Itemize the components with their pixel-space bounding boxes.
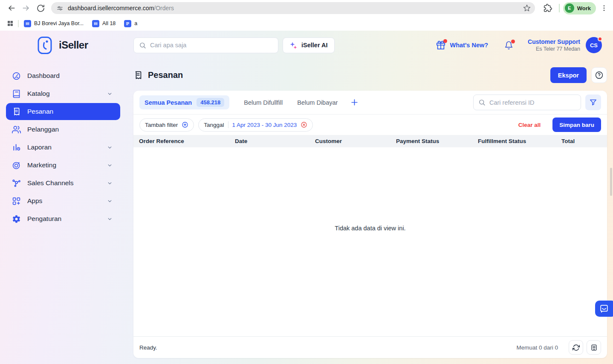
- chevron-down-icon: [107, 198, 113, 204]
- bookmarks-bar: BJ Borevi Jaya Bor... All 18 a: [0, 16, 613, 31]
- empty-state-text: Tidak ada data di view ini.: [335, 225, 405, 232]
- back-icon[interactable]: [6, 3, 17, 14]
- filter-bar: Tambah filter Tanggal 1 Apr 2023 - 30 Ju…: [133, 115, 607, 135]
- sidebar-item-label: Pelanggan: [27, 126, 59, 133]
- details-list-button[interactable]: [587, 340, 601, 355]
- notifications-bell-icon[interactable]: [504, 41, 513, 50]
- bookmark-favicon-icon: [124, 20, 131, 27]
- main-content: Pesanan Ekspor Semua Pesanan 458.218 Be: [126, 60, 613, 364]
- target-icon: [12, 161, 21, 170]
- sidebar-item-apps[interactable]: Apps: [6, 192, 120, 209]
- save-view-button[interactable]: Simpan baru: [552, 118, 601, 132]
- add-filter-label: Tambah filter: [145, 122, 178, 128]
- status-text: Ready.: [139, 344, 157, 351]
- divider: [559, 4, 560, 12]
- bookmark-favicon-icon: [24, 20, 31, 27]
- bookmark-item[interactable]: All 18: [92, 20, 116, 27]
- chevron-down-icon: [107, 216, 113, 222]
- bookmark-favicon-icon: [92, 20, 99, 27]
- refresh-button[interactable]: [569, 340, 583, 355]
- tab-semua-pesanan[interactable]: Semua Pesanan 458.218: [139, 95, 229, 109]
- iseller-ai-button[interactable]: iSeller AI: [283, 37, 335, 53]
- forward-icon[interactable]: [20, 3, 32, 14]
- search-icon: [478, 99, 486, 106]
- sidebar-item-pesanan[interactable]: Pesanan: [6, 103, 120, 120]
- iseller-logo-icon: [38, 36, 53, 54]
- help-button[interactable]: [591, 67, 607, 83]
- chevron-down-icon: [107, 181, 113, 186]
- plus-circle-icon: [182, 121, 188, 128]
- filter-button[interactable]: [585, 95, 601, 110]
- site-settings-icon[interactable]: [56, 5, 64, 12]
- sidebar-item-katalog[interactable]: Katalog: [6, 85, 120, 102]
- sidebar-item-label: Sales Channels: [27, 179, 74, 187]
- order-count-badge: 458.218: [197, 98, 224, 107]
- table-body: Tidak ada data di view ini.: [133, 147, 607, 336]
- brand-name: iSeller: [59, 39, 88, 51]
- date-filter-label: Tanggal: [204, 122, 224, 128]
- browser-profile-chip[interactable]: E Work: [563, 2, 596, 14]
- whats-new-label: What's New?: [450, 42, 488, 49]
- chevron-down-icon: [107, 163, 113, 168]
- sparkles-icon: [289, 41, 298, 49]
- bookmark-star-icon[interactable]: [523, 4, 531, 12]
- tab-belum-dibayar[interactable]: Belum Dibayar: [297, 99, 338, 106]
- sidebar-item-laporan[interactable]: Laporan: [6, 139, 120, 156]
- tab-label: Semua Pesanan: [145, 99, 192, 106]
- bookmark-item[interactable]: BJ Borevi Jaya Bor...: [24, 20, 84, 27]
- add-view-icon[interactable]: [350, 98, 359, 106]
- dashboard-icon: [12, 72, 21, 80]
- table-footer: Ready. Memuat 0 dari 0: [133, 336, 607, 358]
- sidebar-item-label: Pengaturan: [27, 215, 61, 223]
- scrollbar[interactable]: [610, 168, 612, 196]
- apps-plus-icon: [12, 197, 21, 206]
- table-header: Order Reference Date Customer Payment St…: [133, 135, 607, 147]
- ai-button-label: iSeller AI: [301, 42, 328, 49]
- sidebar-item-sales-channels[interactable]: Sales Channels: [6, 175, 120, 192]
- gift-icon: [436, 40, 445, 50]
- bookmark-item[interactable]: a: [124, 20, 137, 27]
- bar-chart-icon: [12, 143, 21, 152]
- url-text: dashboard.isellercommerce.com/Orders: [68, 5, 174, 11]
- date-filter-chip[interactable]: Tanggal 1 Apr 2023 - 30 Jun 2023: [198, 118, 313, 132]
- remove-filter-icon[interactable]: [301, 121, 307, 128]
- account-info[interactable]: Customer Support Es Teler 77 Medan: [528, 38, 580, 52]
- reference-search-input[interactable]: [489, 99, 576, 106]
- browser-menu-icon[interactable]: [600, 4, 608, 12]
- add-filter-button[interactable]: Tambah filter: [139, 118, 194, 132]
- notification-dot: [443, 39, 447, 43]
- export-button[interactable]: Ekspor: [550, 67, 587, 83]
- sidebar: Dashboard Katalog Pesanan: [0, 60, 126, 364]
- profile-label: Work: [577, 5, 591, 11]
- column-header: Order Reference: [139, 138, 235, 144]
- live-chat-button[interactable]: [595, 301, 613, 317]
- sidebar-item-dashboard[interactable]: Dashboard: [6, 67, 120, 84]
- brand-logo[interactable]: iSeller: [38, 36, 133, 54]
- avatar[interactable]: CS: [586, 37, 602, 53]
- extensions-icon[interactable]: [544, 4, 552, 12]
- global-search-input[interactable]: [150, 42, 273, 49]
- clear-all-button[interactable]: Clear all: [518, 122, 541, 128]
- column-header: Payment Status: [396, 138, 478, 144]
- chevron-down-icon: [107, 145, 113, 150]
- profile-avatar: E: [565, 3, 574, 13]
- orders-panel: Semua Pesanan 458.218 Belum Difullfill B…: [133, 91, 607, 358]
- whats-new-button[interactable]: What's New?: [436, 40, 488, 50]
- divider: [228, 121, 228, 128]
- chat-smile-icon: [599, 304, 609, 313]
- address-bar[interactable]: dashboard.isellercommerce.com/Orders: [51, 2, 535, 14]
- sidebar-item-marketing[interactable]: Marketing: [6, 157, 120, 174]
- chevron-down-icon: [107, 91, 113, 97]
- sidebar-item-label: Marketing: [27, 161, 56, 169]
- sidebar-item-pengaturan[interactable]: Pengaturan: [6, 210, 120, 227]
- apps-grid-icon[interactable]: [7, 20, 14, 27]
- store-name: Es Teler 77 Medan: [528, 46, 580, 52]
- reload-icon[interactable]: [35, 3, 46, 14]
- date-filter-value[interactable]: 1 Apr 2023 - 30 Jun 2023: [232, 122, 297, 128]
- sidebar-item-pelanggan[interactable]: Pelanggan: [6, 121, 120, 138]
- sidebar-item-label: Dashboard: [27, 72, 60, 80]
- global-search[interactable]: [133, 37, 278, 53]
- tab-belum-difullfill[interactable]: Belum Difullfill: [244, 99, 283, 106]
- reference-search[interactable]: [473, 95, 581, 110]
- page-header: Pesanan Ekspor: [133, 60, 607, 91]
